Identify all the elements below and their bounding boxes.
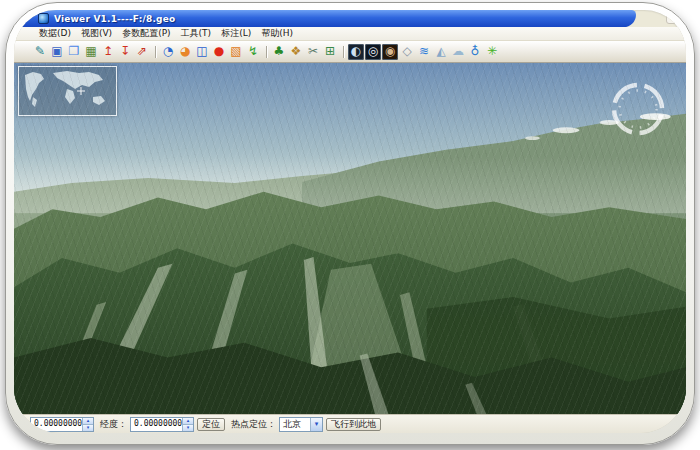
vehicle-add-icon[interactable]: ⊞	[322, 44, 338, 60]
hotspot-label: 热点定位：	[231, 418, 276, 431]
open-copy-icon[interactable]: ❐	[66, 44, 82, 60]
fullscreen-icon[interactable]: ✳	[484, 44, 500, 60]
night-globe-icon[interactable]: ◐	[348, 44, 364, 60]
stop-sphere-icon[interactable]: ●	[211, 44, 227, 60]
clip-add-icon[interactable]: ✂	[305, 44, 321, 60]
browser-globe-icon[interactable]: ◔	[160, 44, 176, 60]
overview-map[interactable]	[18, 66, 117, 116]
fly-to-button[interactable]: 飞行到此地	[326, 418, 381, 431]
menu-item-annotation[interactable]: 标注(L)	[216, 27, 256, 40]
target-mode-icon[interactable]: ◉	[382, 44, 398, 60]
spin-down-icon[interactable]: ▾	[183, 424, 193, 431]
diamond-nav-icon[interactable]: ◇	[399, 44, 415, 60]
app-window: Viewer V1.1----F:/8.geo ✕ 数据(D) 视图(V) 参数…	[5, 2, 695, 445]
menu-bar: 数据(D) 视图(V) 参数配置(P) 工具(T) 标注(L) 帮助(H)	[14, 27, 686, 41]
overview-map-render	[19, 67, 116, 115]
stat-export-icon[interactable]: ⇗	[134, 44, 150, 60]
menu-item-param-config[interactable]: 参数配置(P)	[117, 27, 175, 40]
status-bar: 0.00000000 ▴ ▾ 经度： 0.00000000 ▴ ▾ 定位 热点定…	[14, 414, 686, 433]
globe-pin-icon[interactable]: ♁	[467, 44, 483, 60]
longitude-input[interactable]: 0.00000000 ▴ ▾	[130, 417, 194, 432]
desktop: Viewer V1.1----F:/8.geo ✕ 数据(D) 视图(V) 参数…	[0, 0, 700, 450]
orange-cube-icon[interactable]: ▧	[228, 44, 244, 60]
close-button[interactable]: ✕	[666, 11, 680, 24]
import-raise-icon[interactable]: ↥	[100, 44, 116, 60]
hotspot-select[interactable]: 北京 ▾	[279, 417, 323, 432]
layer-add-icon[interactable]: ❖	[288, 44, 304, 60]
app-icon	[38, 13, 49, 24]
latitude-value: 0.00000000	[31, 418, 82, 431]
line-chart-icon[interactable]: ↯	[245, 44, 261, 60]
bar-chart-icon[interactable]: ◫	[194, 44, 210, 60]
sail-icon[interactable]: ◭	[433, 44, 449, 60]
save-icon[interactable]: ▣	[49, 44, 65, 60]
window-title: Viewer V1.1----F:/8.geo	[54, 14, 175, 24]
import-drop-icon[interactable]: ↧	[117, 44, 133, 60]
compass-ring[interactable]	[606, 77, 670, 141]
combo-dropdown-icon[interactable]: ▾	[310, 418, 322, 431]
title-bar[interactable]: Viewer V1.1----F:/8.geo ✕	[14, 10, 636, 27]
toolbar: ✎ ▣ ❐ ▦ ↥ ↧ ⇗ ◔ ◕ ◫	[14, 41, 686, 63]
longitude-spinner[interactable]: ▴ ▾	[182, 418, 193, 431]
terrain-viewport[interactable]	[14, 63, 686, 414]
menu-item-view[interactable]: 视图(V)	[76, 27, 117, 40]
hotspot-selected-value: 北京	[280, 418, 310, 431]
tree-add-icon[interactable]: ♣	[271, 44, 287, 60]
terrain-image-icon[interactable]: ▦	[83, 44, 99, 60]
locate-button[interactable]: 定位	[197, 418, 225, 431]
edit-pencil-icon[interactable]: ✎	[32, 44, 48, 60]
longitude-value: 0.00000000	[131, 418, 182, 431]
cloud-icon[interactable]: ☁	[450, 44, 466, 60]
pie-chart-icon[interactable]: ◕	[177, 44, 193, 60]
menu-item-data[interactable]: 数据(D)	[34, 27, 76, 40]
water-icon[interactable]: ≋	[416, 44, 432, 60]
menu-item-help[interactable]: 帮助(H)	[256, 27, 298, 40]
window-client: Viewer V1.1----F:/8.geo ✕ 数据(D) 视图(V) 参数…	[14, 10, 686, 433]
menu-item-tools[interactable]: 工具(T)	[176, 27, 217, 40]
longitude-label: 经度：	[100, 418, 127, 431]
compass-mode-icon[interactable]: ◎	[365, 44, 381, 60]
spin-down-icon[interactable]: ▾	[83, 424, 93, 431]
latitude-input[interactable]: 0.00000000 ▴ ▾	[30, 417, 94, 432]
latitude-spinner[interactable]: ▴ ▾	[82, 418, 93, 431]
